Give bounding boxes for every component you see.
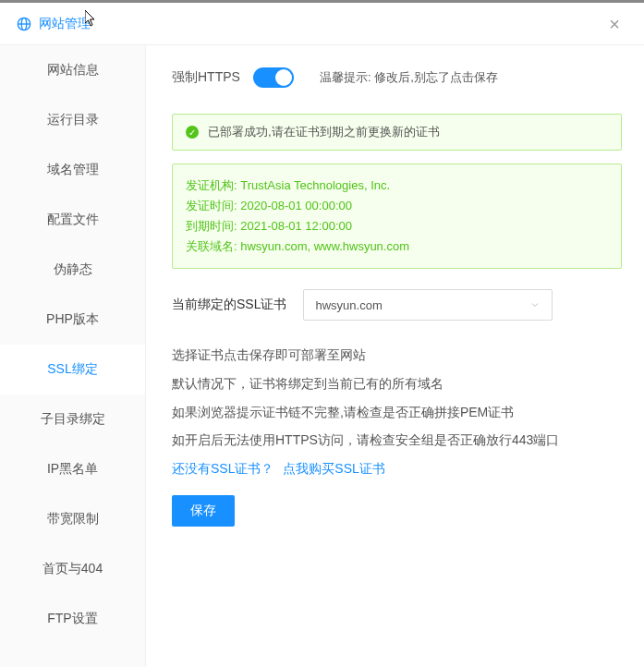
dialog-title: 网站管理 (39, 16, 91, 32)
help-link-line: 还没有SSL证书？ 点我购买SSL证书 (172, 456, 622, 481)
cert-expire-time: 到期时间: 2021-08-01 12:00:00 (186, 216, 608, 236)
sidebar-item[interactable]: IP黑名单 (0, 444, 145, 494)
deploy-success-message: 已部署成功,请在证书到期之前更换新的证书 (208, 124, 440, 140)
cert-select-value: hwsyun.com (315, 298, 382, 312)
sidebar-item[interactable]: FTP设置 (0, 594, 145, 644)
sidebar-item[interactable]: 配置文件 (0, 195, 145, 245)
sidebar-item[interactable]: SSL绑定 (0, 345, 145, 394)
sidebar-item[interactable]: 子目录绑定 (0, 394, 145, 444)
sidebar-item[interactable]: PHP版本 (0, 295, 145, 345)
dialog-window: 网站管理 × 网站信息运行目录域名管理配置文件伪静态PHP版本SSL绑定子目录绑… (0, 0, 644, 667)
cert-select-dropdown[interactable]: hwsyun.com (303, 289, 553, 321)
cert-issuer: 发证机构: TrustAsia Technologies, Inc. (186, 176, 608, 196)
titlebar: 网站管理 × (0, 3, 644, 45)
help-text-block: 选择证书点击保存即可部署至网站默认情况下，证书将绑定到当前已有的所有域名如果浏览… (172, 343, 622, 452)
dialog-body: 网站信息运行目录域名管理配置文件伪静态PHP版本SSL绑定子目录绑定IP黑名单带… (0, 45, 644, 667)
sidebar-item[interactable]: 域名管理 (0, 145, 145, 195)
sidebar-item[interactable]: 首页与404 (0, 544, 145, 594)
globe-icon (17, 17, 31, 31)
save-button[interactable]: 保存 (172, 495, 235, 527)
cert-domains: 关联域名: hwsyun.com, www.hwsyun.com (186, 236, 608, 257)
close-button[interactable]: × (601, 11, 627, 37)
sidebar-item[interactable]: 伪静态 (0, 245, 145, 295)
https-label: 强制HTTPS (172, 69, 240, 86)
https-toggle[interactable] (253, 67, 294, 88)
chevron-down-icon (529, 299, 541, 310)
help-line: 如开启后无法使用HTTPS访问，请检查安全组是否正确放行443端口 (172, 428, 622, 453)
cert-issued-time: 发证时间: 2020-08-01 00:00:00 (186, 196, 608, 216)
deploy-success-alert: ✓ 已部署成功,请在证书到期之前更换新的证书 (172, 114, 622, 151)
cert-select-row: 当前绑定的SSL证书 hwsyun.com (172, 289, 622, 321)
sidebar-item[interactable]: 带宽限制 (0, 494, 145, 544)
main-panel: 强制HTTPS 温馨提示: 修改后,别忘了点击保存 ✓ 已部署成功,请在证书到期… (146, 45, 644, 667)
https-toggle-row: 强制HTTPS 温馨提示: 修改后,别忘了点击保存 (172, 67, 622, 88)
sidebar-item[interactable]: 运行目录 (0, 95, 145, 145)
https-tip: 温馨提示: 修改后,别忘了点击保存 (320, 69, 498, 86)
cert-select-label: 当前绑定的SSL证书 (172, 297, 286, 313)
help-line: 如果浏览器提示证书链不完整,请检查是否正确拼接PEM证书 (172, 400, 622, 425)
sidebar: 网站信息运行目录域名管理配置文件伪静态PHP版本SSL绑定子目录绑定IP黑名单带… (0, 45, 146, 667)
help-line: 选择证书点击保存即可部署至网站 (172, 343, 622, 368)
sidebar-item[interactable]: 网站信息 (0, 45, 145, 95)
buy-cert-link[interactable]: 点我购买SSL证书 (283, 461, 384, 476)
cert-info-box: 发证机构: TrustAsia Technologies, Inc. 发证时间:… (172, 164, 622, 269)
no-cert-link[interactable]: 还没有SSL证书？ (172, 461, 273, 476)
help-line: 默认情况下，证书将绑定到当前已有的所有域名 (172, 371, 622, 396)
check-icon: ✓ (186, 126, 199, 139)
